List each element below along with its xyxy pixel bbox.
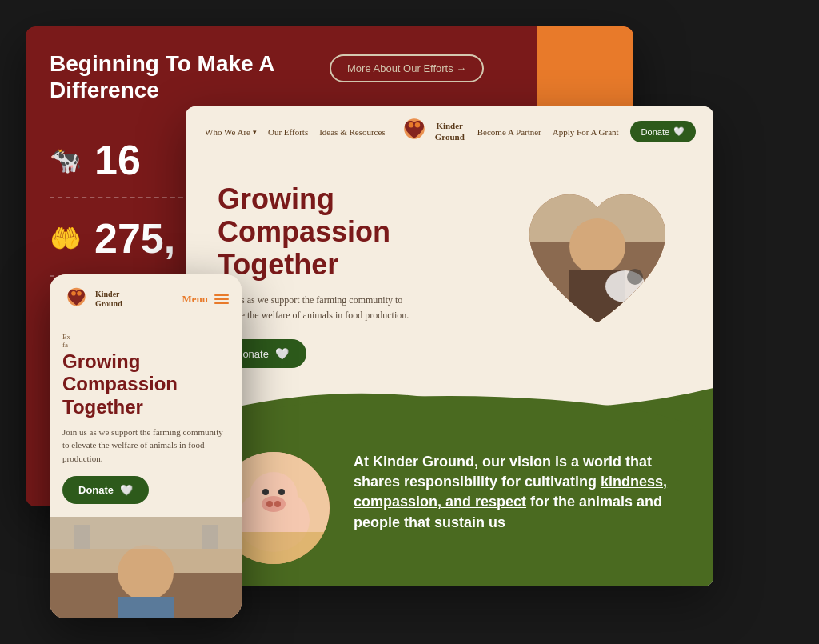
mobile-mockup: Kinder Ground Menu Ex fa Growing Compass…	[50, 274, 242, 618]
hero-text: Growing Compassion Together Join us as w…	[218, 182, 489, 369]
mobile-farmer-image	[50, 517, 242, 618]
svg-point-17	[278, 489, 285, 495]
nav-our-efforts[interactable]: Our Efforts	[268, 127, 308, 137]
hero-title: Growing Compassion Together	[218, 182, 489, 282]
vision-text: At Kinder Ground, our vision is a world …	[354, 452, 681, 533]
nav-right: Become A Partner Apply For A Grant Donat…	[477, 121, 696, 142]
svg-rect-26	[118, 597, 174, 618]
mobile-donate-button[interactable]: Donate 🤍	[62, 476, 149, 504]
svg-point-16	[262, 489, 269, 495]
nav-ideas-resources[interactable]: Ideas & Resources	[319, 127, 385, 137]
heart-icon-nav: 🤍	[673, 126, 685, 137]
svg-point-20	[71, 291, 76, 296]
mobile-logo: Kinder Ground	[62, 286, 122, 314]
mobile-nav: Kinder Ground Menu	[50, 274, 242, 325]
mobile-logo-svg	[62, 286, 90, 314]
scene: Beginning To Make A Difference More Abou…	[26, 26, 793, 618]
mobile-menu-label: Menu	[182, 293, 209, 306]
heart-shape-svg	[513, 182, 681, 342]
nav-logo: Kinder Ground	[398, 116, 465, 148]
farms-count: 16	[94, 136, 141, 184]
nav-apply-grant[interactable]: Apply For A Grant	[553, 127, 619, 137]
nav-who-we-are[interactable]: Who We Are	[205, 127, 257, 137]
mobile-hero-section: Ex fa Growing Compassion Together Join u…	[50, 325, 242, 518]
svg-point-6	[569, 218, 625, 274]
nav-left-links: Who We Are Our Efforts Ideas & Resources	[205, 127, 386, 137]
people-count: 275,	[94, 214, 175, 262]
heart-icon-mobile: 🤍	[120, 484, 133, 496]
nav-donate-button[interactable]: Donate 🤍	[630, 121, 696, 142]
svg-point-13	[262, 496, 286, 512]
hamburger-icon	[214, 294, 229, 304]
vision-title: At Kinder Ground, our vision is a world …	[354, 452, 681, 533]
svg-point-21	[77, 291, 82, 296]
main-website-mockup: Who We Are Our Efforts Ideas & Resources…	[186, 106, 713, 586]
svg-point-25	[118, 545, 174, 601]
svg-point-14	[266, 501, 273, 507]
mobile-small-text-1: Ex fa	[62, 333, 229, 349]
green-vision-section: At Kinder Ground, our vision is a world …	[186, 420, 713, 586]
mobile-hero-desc: Join us as we support the farming commun…	[62, 426, 229, 466]
mobile-farmer-svg	[50, 517, 242, 618]
hero-heart-image	[513, 182, 681, 342]
mobile-menu-button[interactable]: Menu	[182, 293, 230, 306]
hero-subtitle: Join us as we support the farming commun…	[218, 293, 410, 323]
heart-icon-hero: 🤍	[275, 347, 289, 360]
svg-point-1	[408, 122, 413, 127]
logo-svg-icon	[398, 116, 430, 148]
mobile-logo-text: Kinder Ground	[95, 290, 122, 309]
hero-section: Growing Compassion Together Join us as w…	[186, 158, 713, 385]
nav-bar: Who We Are Our Efforts Ideas & Resources…	[186, 106, 713, 158]
hands-icon: 🤲	[50, 223, 82, 254]
logo-text: Kinder Ground	[435, 121, 465, 142]
svg-point-2	[414, 122, 419, 127]
back-panel-title: Beginning To Make A Difference	[50, 50, 290, 104]
mobile-hero-title: Growing Compassion Together	[62, 350, 229, 419]
svg-rect-28	[74, 525, 90, 549]
svg-point-15	[274, 501, 281, 507]
more-about-efforts-button[interactable]: More About Our Efforts →	[330, 54, 484, 82]
svg-point-9	[627, 269, 643, 285]
nav-become-partner[interactable]: Become A Partner	[477, 127, 541, 137]
svg-rect-29	[202, 525, 218, 549]
cow-icon: 🐄	[50, 145, 82, 175]
